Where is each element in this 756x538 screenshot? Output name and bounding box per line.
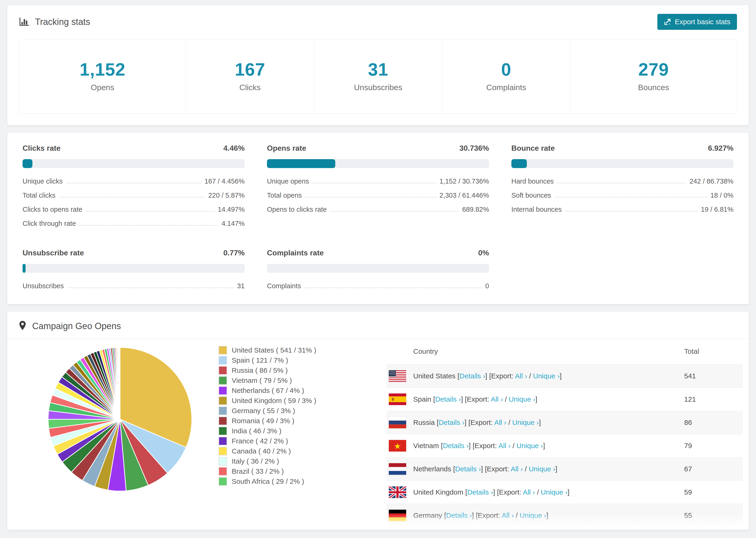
dashboard-page: Tracking stats Export basic stats 1,152O…	[0, 0, 756, 538]
details-link[interactable]: Details ›	[446, 511, 472, 519]
legend-item[interactable]: United States ( 541 / 31% )	[219, 345, 374, 355]
country-cell: Spain [Details ›] [Export: All › / Uniqu…	[389, 394, 684, 405]
metric-label: Unsubscribes	[23, 282, 64, 290]
metric-label: Complaints	[267, 282, 301, 290]
bracket-close: ]	[560, 372, 562, 380]
rates-grid: Clicks rate4.46%Unique clicks167 / 4.456…	[23, 144, 733, 290]
pie-slice-other-32[interactable]	[120, 348, 120, 419]
rate-block-clicks-rate: Clicks rate4.46%Unique clicks167 / 4.456…	[23, 144, 244, 228]
legend-item[interactable]: Vietnam ( 79 / 5% )	[219, 375, 374, 385]
geo-table-row: Russia [Details ›] [Export: All › / Uniq…	[387, 411, 743, 434]
summary-stat-value: 31	[314, 59, 442, 80]
flag-icon-de	[389, 510, 406, 521]
metric-value: 1,152 / 30.736%	[440, 178, 489, 185]
tracking-stats-card: Tracking stats Export basic stats 1,152O…	[7, 5, 749, 125]
details-link[interactable]: Details ›	[439, 418, 464, 426]
legend-item[interactable]: Spain ( 121 / 7% )	[219, 355, 374, 365]
metric-dotted-leader	[305, 197, 436, 197]
rate-title: Complaints rate	[267, 248, 324, 257]
export-all-link[interactable]: All ›	[499, 442, 511, 450]
legend-swatch	[219, 366, 227, 375]
details-link[interactable]: Details ›	[455, 465, 481, 473]
export-all-link[interactable]: All ›	[502, 511, 514, 519]
export-all-link[interactable]: All ›	[494, 418, 507, 426]
country-cell: Russia [Details ›] [Export: All › / Uniq…	[389, 417, 684, 428]
rate-title: Opens rate	[267, 144, 306, 153]
export-all-link[interactable]: All ›	[511, 465, 523, 473]
link-separator: /	[523, 465, 529, 473]
summary-stat: 167Clicks	[186, 40, 314, 114]
country-total: 121	[684, 395, 743, 403]
metric-value: 689.82%	[462, 206, 489, 213]
rate-progress-track	[267, 264, 489, 273]
legend-swatch	[219, 467, 227, 476]
metric-value: 4.147%	[222, 220, 244, 228]
legend-item[interactable]: India ( 46 / 3% )	[219, 426, 374, 436]
legend-item[interactable]: Brazil ( 33 / 2% )	[219, 466, 374, 476]
metric-value: 0	[485, 282, 489, 290]
legend-item[interactable]: Romania ( 49 / 3% )	[219, 416, 374, 426]
details-link[interactable]: Details ›	[459, 372, 485, 380]
details-link[interactable]: Details ›	[435, 395, 461, 403]
legend-item[interactable]: Italy ( 36 / 2% )	[219, 456, 374, 466]
rate-title-row: Opens rate30.736%	[267, 144, 489, 153]
legend-item[interactable]: South Africa ( 29 / 2% )	[219, 476, 374, 486]
export-basic-stats-button[interactable]: Export basic stats	[657, 14, 737, 30]
geo-table-row: United Kingdom [Details ›] [Export: All …	[387, 480, 743, 504]
metric-label: Unique opens	[267, 178, 309, 185]
campaign-geo-opens-card: Campaign Geo Opens United States ( 541 /…	[7, 311, 749, 530]
country-total: 86	[684, 418, 743, 426]
legend-label: Vietnam ( 79 / 5% )	[232, 377, 292, 385]
rate-block-opens-rate: Opens rate30.736%Unique opens1,152 / 30.…	[267, 144, 489, 228]
rate-progress-fill	[267, 159, 335, 168]
legend-swatch	[219, 356, 227, 364]
rate-value: 6.927%	[708, 144, 733, 153]
legend-item[interactable]: Germany ( 55 / 3% )	[219, 405, 374, 416]
metric-label: Clicks to opens rate	[23, 206, 82, 213]
country-row-text: United States [Details ›] [Export: All ›…	[413, 372, 562, 380]
details-link[interactable]: Details ›	[467, 488, 493, 496]
export-prefix: ] [Export:	[464, 418, 494, 426]
tracking-stats-header: Tracking stats Export basic stats	[19, 14, 737, 30]
metric-dotted-leader	[312, 183, 436, 183]
legend-item[interactable]: Russia ( 86 / 5% )	[219, 365, 374, 375]
rate-progress-fill	[23, 159, 32, 168]
export-prefix: ] [Export:	[481, 465, 511, 473]
export-unique-link[interactable]: Unique ›	[533, 372, 560, 380]
summary-stat-value: 167	[186, 59, 314, 80]
rate-title: Unsubscribe rate	[23, 248, 84, 257]
pie-svg	[47, 346, 193, 492]
legend-item[interactable]: France ( 42 / 2% )	[219, 436, 374, 446]
bracket-close: ]	[535, 395, 537, 403]
legend-label: France ( 42 / 2% )	[232, 437, 288, 445]
details-link[interactable]: Details ›	[443, 442, 469, 450]
export-all-link[interactable]: All ›	[491, 395, 503, 403]
export-unique-link[interactable]: Unique ›	[512, 418, 539, 426]
metric-label: Soft bounces	[512, 191, 551, 199]
export-all-link[interactable]: All ›	[515, 372, 527, 380]
export-all-link[interactable]: All ›	[523, 488, 535, 496]
summary-stat-label: Opens	[19, 83, 186, 92]
export-unique-link[interactable]: Unique ›	[509, 395, 535, 403]
export-unique-link[interactable]: Unique ›	[541, 488, 567, 496]
export-unique-link[interactable]: Unique ›	[520, 511, 546, 519]
rate-progress-fill	[512, 159, 527, 168]
export-unique-link[interactable]: Unique ›	[516, 442, 543, 450]
link-separator: /	[511, 442, 516, 450]
export-unique-link[interactable]: Unique ›	[529, 465, 555, 473]
metric-dotted-leader	[330, 211, 459, 211]
rate-block-bounce-rate: Bounce rate6.927%Hard bounces242 / 86.73…	[512, 144, 733, 228]
legend-swatch	[219, 477, 227, 486]
page-title: Tracking stats	[35, 17, 90, 27]
legend-item[interactable]: United Kingdom ( 59 / 3% )	[219, 396, 374, 405]
export-prefix: ] [Export:	[472, 511, 502, 519]
legend-item[interactable]: Netherlands ( 67 / 4% )	[219, 385, 374, 396]
legend-swatch	[219, 427, 227, 435]
legend-swatch	[219, 417, 227, 425]
metric-dotted-leader	[304, 288, 482, 288]
geo-table-row: Spain [Details ›] [Export: All › / Uniqu…	[387, 388, 743, 411]
export-prefix: ] [Export:	[469, 442, 499, 450]
legend-item[interactable]: Canada ( 40 / 2% )	[219, 446, 374, 456]
rate-progress-fill	[23, 264, 26, 273]
country-cell: United Kingdom [Details ›] [Export: All …	[389, 486, 684, 498]
